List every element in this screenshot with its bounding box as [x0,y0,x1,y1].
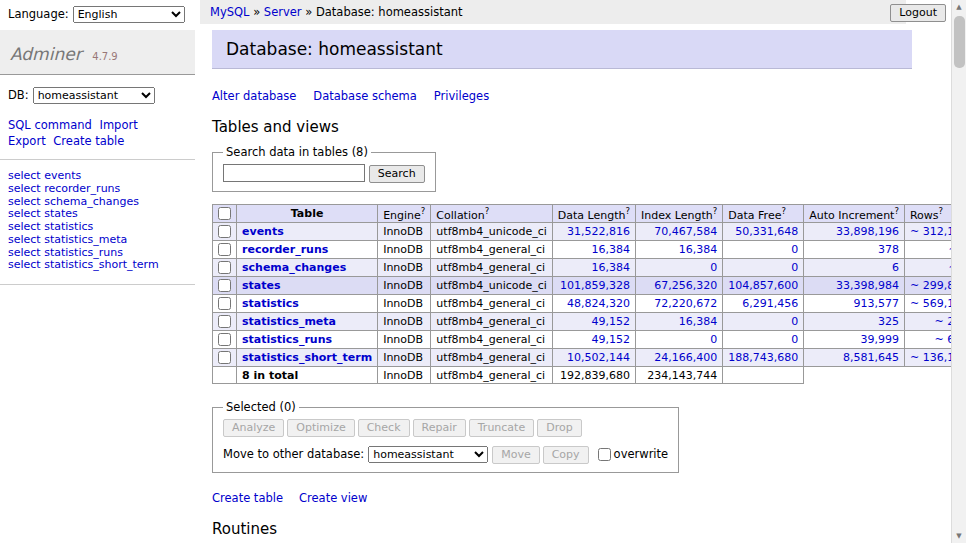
sidebar-table-link-recorder-runs[interactable]: recorder_runs [44,182,120,195]
select-link-events[interactable]: select [8,169,41,182]
index-length-link[interactable]: 16,384 [679,315,718,328]
scrollbar-down-arrow-icon[interactable]: ▼ [952,529,966,543]
column-help-link[interactable]: ? [939,206,944,216]
data-free-link[interactable]: 104,857,600 [728,279,798,292]
row-checkbox[interactable] [218,279,231,292]
sidebar-table-link-schema-changes[interactable]: schema_changes [44,195,139,208]
sidebar-link-export[interactable]: Export [8,134,46,148]
auto-increment-link[interactable]: 913,577 [853,297,899,310]
column-help-link[interactable]: ? [781,206,786,216]
table-link-statistics[interactable]: statistics [242,297,299,310]
sidebar-table-link-statistics-runs[interactable]: statistics_runs [44,246,123,259]
select-all-checkbox[interactable] [218,207,231,220]
data-length-link[interactable]: 49,152 [592,315,631,328]
data-free-link[interactable]: 0 [791,315,798,328]
create-table-link[interactable]: Create table [212,491,283,505]
breadcrumb-link-server[interactable]: Server [264,5,302,19]
scrollbar-thumb[interactable] [954,16,965,68]
row-checkbox[interactable] [218,261,231,274]
drop-button[interactable]: Drop [537,419,581,437]
column-help-link[interactable]: ? [485,206,490,216]
select-link-states[interactable]: select [8,207,41,220]
row-checkbox[interactable] [218,333,231,346]
table-link-statistics-meta[interactable]: statistics_meta [242,315,336,328]
sidebar-table-link-statistics-short-term[interactable]: statistics_short_term [44,258,158,271]
select-link-statistics-short-term[interactable]: select [8,258,41,271]
data-length-link[interactable]: 16,384 [592,243,631,256]
data-length-link[interactable]: 31,522,816 [567,225,630,238]
select-link-schema-changes[interactable]: select [8,195,41,208]
sidebar-link-import[interactable]: Import [99,118,137,132]
index-length-link[interactable]: 0 [710,261,717,274]
copy-button[interactable]: Copy [543,446,589,464]
check-button[interactable]: Check [358,419,410,437]
index-length-link[interactable]: 67,256,320 [654,279,717,292]
data-length-link[interactable]: 49,152 [592,333,631,346]
column-help-link[interactable]: ? [626,206,631,216]
alter-database-link[interactable]: Alter database [212,89,296,103]
sidebar-table-link-statistics-meta[interactable]: statistics_meta [44,233,127,246]
select-link-statistics-runs[interactable]: select [8,246,41,259]
truncate-button[interactable]: Truncate [469,419,534,437]
overwrite-checkbox[interactable] [598,448,611,461]
index-length-link[interactable]: 16,384 [679,243,718,256]
data-free-link[interactable]: 0 [791,261,798,274]
auto-increment-link[interactable]: 378 [878,243,899,256]
repair-button[interactable]: Repair [413,419,466,437]
analyze-button[interactable]: Analyze [223,419,284,437]
create-view-link[interactable]: Create view [299,491,367,505]
sidebar-table-link-statistics[interactable]: statistics [44,220,93,233]
database-schema-link[interactable]: Database schema [313,89,416,103]
index-length-link[interactable]: 70,467,584 [654,225,717,238]
table-link-recorder-runs[interactable]: recorder_runs [242,243,328,256]
db-select[interactable]: homeassistant [33,87,155,104]
select-link-recorder-runs[interactable]: select [8,182,41,195]
sidebar-link-create-table[interactable]: Create table [53,134,124,148]
row-checkbox[interactable] [218,315,231,328]
index-length-link[interactable]: 0 [710,333,717,346]
column-help-link[interactable]: ? [894,206,899,216]
data-free-link[interactable]: 0 [791,243,798,256]
data-length-link[interactable]: 48,824,320 [567,297,630,310]
select-link-statistics[interactable]: select [8,220,41,233]
table-link-statistics-runs[interactable]: statistics_runs [242,333,332,346]
sidebar-table-link-events[interactable]: events [44,169,81,182]
row-checkbox[interactable] [218,351,231,364]
data-length-link[interactable]: 16,384 [592,261,631,274]
privileges-link[interactable]: Privileges [434,89,489,103]
table-link-states[interactable]: states [242,279,281,292]
move-db-select[interactable]: homeassistant [368,446,488,463]
data-free-link[interactable]: 50,331,648 [735,225,798,238]
data-length-link[interactable]: 101,859,328 [560,279,630,292]
row-checkbox[interactable] [218,243,231,256]
auto-increment-link[interactable]: 39,999 [860,333,899,346]
auto-increment-link[interactable]: 6 [892,261,899,274]
auto-increment-link[interactable]: 8,581,645 [843,351,899,364]
optimize-button[interactable]: Optimize [287,419,354,437]
scrollbar-up-arrow-icon[interactable]: ▲ [952,0,966,14]
data-free-link[interactable]: 6,291,456 [742,297,798,310]
sidebar-table-link-states[interactable]: states [44,207,78,220]
row-checkbox[interactable] [218,225,231,238]
auto-increment-link[interactable]: 33,398,984 [836,279,899,292]
adminer-logo-link[interactable]: Adminer [10,44,82,64]
auto-increment-link[interactable]: 33,898,196 [836,225,899,238]
sidebar-link-sql-command[interactable]: SQL command [8,118,92,132]
search-button[interactable]: Search [369,165,425,183]
table-link-schema-changes[interactable]: schema_changes [242,261,346,274]
select-link-statistics-meta[interactable]: select [8,233,41,246]
search-input[interactable] [223,164,365,182]
column-help-link[interactable]: ? [421,206,426,216]
index-length-link[interactable]: 24,166,400 [654,351,717,364]
table-link-events[interactable]: events [242,225,284,238]
table-link-statistics-short-term[interactable]: statistics_short_term [242,351,372,364]
column-help-link[interactable]: ? [713,206,718,216]
breadcrumb-link-mysql[interactable]: MySQL [210,5,250,19]
data-free-link[interactable]: 0 [791,333,798,346]
row-checkbox[interactable] [218,297,231,310]
data-free-link[interactable]: 188,743,680 [728,351,798,364]
index-length-link[interactable]: 72,220,672 [654,297,717,310]
language-select[interactable]: English [73,6,185,23]
vertical-scrollbar[interactable]: ▲ ▼ [951,0,966,543]
logout-button[interactable]: Logout [890,4,946,22]
